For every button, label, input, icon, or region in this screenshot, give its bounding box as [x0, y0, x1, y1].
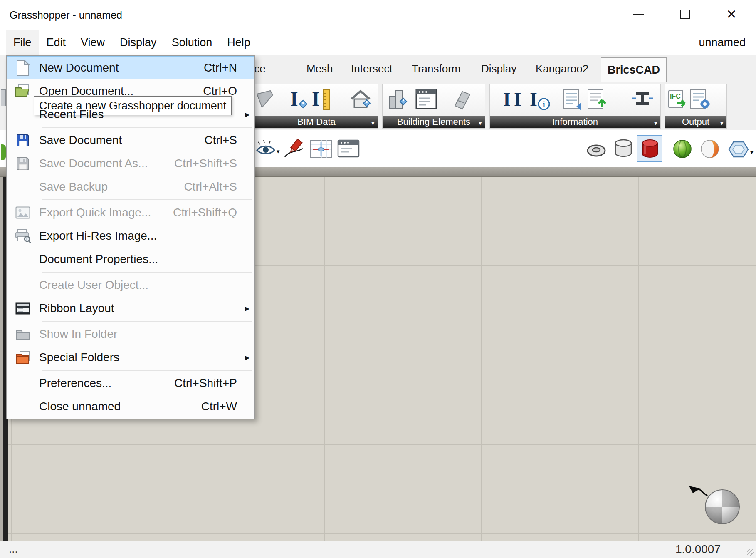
menu-file[interactable]: File [6, 30, 39, 55]
chevron-down-icon[interactable]: ▾ [720, 119, 724, 127]
clipped-icon-fragment [1, 89, 6, 106]
hexagon-icon[interactable] [728, 140, 749, 160]
ribbon-group-building-elements: Building Elements ▾ [382, 84, 485, 129]
menu-item-create-user-object[interactable]: Create User Object... [7, 273, 254, 297]
viewport-panel-icon[interactable] [337, 139, 360, 159]
house-tag-icon[interactable] [349, 88, 373, 113]
menu-display[interactable]: Display [112, 30, 164, 55]
resize-grip[interactable] [747, 549, 754, 556]
menu-item-close-unnamed[interactable]: Close unnamed Ctrl+W [7, 395, 254, 418]
close-button[interactable]: ✕ [708, 0, 755, 28]
svg-text:IFC: IFC [670, 93, 681, 100]
ribbon-group-information: II Ii Information ▾ [489, 84, 661, 129]
svg-text:I: I [290, 88, 298, 110]
menu-item-show-in-folder[interactable]: Show In Folder [7, 322, 254, 346]
save-icon [7, 133, 39, 147]
list-gear-icon[interactable] [689, 88, 712, 112]
menu-item-export-hires-image[interactable]: Export Hi-Res Image... [7, 224, 254, 248]
svg-text:i: i [543, 100, 545, 109]
folder-gray-icon [7, 328, 39, 340]
new-document-icon [7, 60, 39, 76]
maximize-button[interactable] [662, 0, 708, 28]
canvas-left-edge [0, 177, 3, 541]
chevron-down-icon[interactable]: ▾ [654, 119, 657, 127]
menu-item-save-document-as[interactable]: Save Document As... Ctrl+Shift+S [7, 152, 254, 175]
eye-icon[interactable] [256, 139, 276, 159]
compass-flag-icon [687, 484, 709, 503]
maximize-icon [680, 10, 690, 19]
ribbon-group-label[interactable]: BIM Data [255, 116, 378, 128]
folder-orange-icon [7, 351, 39, 364]
navigation-ball[interactable] [705, 489, 740, 524]
menu-item-special-folders[interactable]: Special Folders ▸ [7, 346, 254, 369]
svg-text:I: I [530, 89, 537, 110]
submenu-arrow-icon: ▸ [245, 303, 250, 313]
chevron-down-icon[interactable]: ▾ [750, 149, 754, 156]
sphere-orange-icon[interactable] [700, 139, 719, 160]
ibeam-info-icon[interactable]: Ii [528, 88, 551, 113]
tab-transform[interactable]: Transform [412, 55, 461, 82]
wall-slab-icon[interactable] [451, 88, 473, 112]
minimize-icon [633, 14, 644, 15]
minimize-button[interactable] [615, 0, 662, 28]
save-as-icon [7, 156, 39, 171]
ifc-export-icon[interactable]: IFC [667, 88, 689, 112]
window-controls: ✕ [615, 0, 755, 28]
menu-item-export-quick-image[interactable]: Export Quick Image... Ctrl+Shift+Q [7, 201, 254, 224]
red-pen-icon[interactable] [283, 139, 304, 161]
ribbon-group-bim-data: I I BIM Data ▾ [255, 84, 378, 129]
tab-intersect[interactable]: Intersect [351, 55, 393, 82]
slab-icon[interactable] [256, 88, 274, 112]
chevron-down-icon[interactable]: ▾ [277, 148, 280, 155]
status-bar: ... 1.0.0007 [0, 541, 756, 558]
svg-text:I: I [312, 88, 320, 110]
ibeam-pair-icon[interactable]: II [502, 88, 525, 113]
title-bar: Grasshopper - unnamed ✕ [0, 0, 756, 30]
list-up-arrow-icon[interactable] [586, 88, 608, 112]
menu-view[interactable]: View [73, 30, 112, 55]
torus-icon[interactable] [586, 143, 606, 160]
close-icon: ✕ [726, 7, 737, 22]
tab-bricscad[interactable]: BricsCAD [601, 57, 667, 82]
menu-item-preferences[interactable]: Preferences... Ctrl+Shift+P [7, 372, 254, 395]
submenu-arrow-icon: ▸ [245, 352, 250, 362]
status-message: ... [9, 543, 18, 556]
clipped-icon-fragment [1, 144, 6, 160]
image-icon [7, 206, 39, 219]
menu-item-save-document[interactable]: Save Document Ctrl+S [7, 129, 254, 152]
viewport-grid-icon[interactable] [310, 139, 332, 160]
ribbon-group-label[interactable]: Information [490, 116, 660, 128]
menu-item-save-backup[interactable]: Save Backup Ctrl+Alt+S [7, 175, 254, 198]
file-menu-dropdown: New Document Ctrl+N Open Document... Ctr… [6, 55, 255, 419]
list-lines-icon[interactable] [562, 88, 584, 112]
menu-edit[interactable]: Edit [39, 30, 74, 55]
ribbon-group-label[interactable]: Output [665, 116, 726, 128]
svg-text:I: I [503, 89, 511, 110]
tab-mesh[interactable]: Mesh [306, 55, 333, 82]
chevron-down-icon[interactable]: ▾ [371, 119, 375, 127]
menu-item-ribbon-layout[interactable]: Ribbon Layout ▸ [7, 297, 254, 320]
cylinder-wire-icon[interactable] [613, 139, 633, 160]
ribbon-group-output: IFC Output ▾ [665, 84, 727, 129]
window-panel-icon[interactable] [415, 88, 437, 112]
tab-kangaroo2[interactable]: Kangaroo2 [536, 55, 588, 82]
grasshopper-window: Grasshopper - unnamed ✕ File Edit View D… [0, 0, 756, 558]
hires-image-icon [7, 228, 39, 243]
cylinder-red-icon[interactable] [640, 138, 660, 161]
ibeam-ruler-icon[interactable]: I [311, 88, 334, 113]
chevron-down-icon[interactable]: ▾ [478, 119, 482, 127]
menu-solution[interactable]: Solution [164, 30, 220, 55]
menu-help[interactable]: Help [220, 30, 258, 55]
ibeam-tag-icon[interactable]: I [287, 88, 309, 113]
sphere-green-icon[interactable] [673, 139, 692, 160]
building-tag-icon[interactable] [387, 88, 409, 112]
ibeam-section-icon[interactable] [631, 88, 654, 112]
version-label: 1.0.0007 [675, 543, 721, 556]
document-name-label: unnamed [699, 30, 746, 55]
tab-display[interactable]: Display [481, 55, 516, 82]
menu-item-document-properties[interactable]: Document Properties... [7, 248, 254, 271]
ribbon-group-label[interactable]: Building Elements [383, 116, 485, 128]
menu-item-new-document[interactable]: New Document Ctrl+N [7, 56, 254, 79]
svg-text:I: I [514, 89, 521, 110]
submenu-arrow-icon: ▸ [245, 109, 250, 119]
